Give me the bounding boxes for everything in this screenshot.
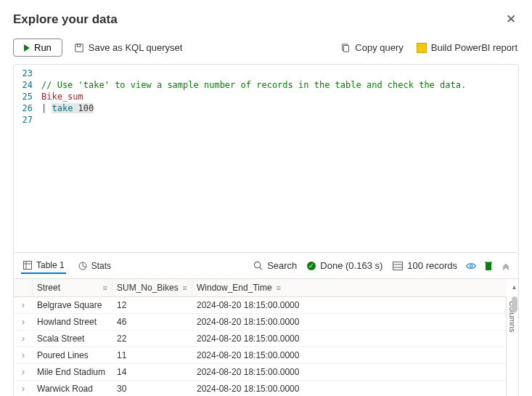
scrollbar-thumb[interactable] bbox=[512, 296, 517, 312]
search-label: Search bbox=[267, 260, 297, 271]
svg-point-10 bbox=[254, 262, 260, 267]
search-button[interactable]: Search bbox=[251, 257, 298, 274]
cell-street: Howland Street bbox=[33, 314, 112, 330]
grid-body: ›Belgrave Square122024-08-20 18:15:00.00… bbox=[14, 297, 506, 396]
trash-icon[interactable] bbox=[483, 261, 494, 271]
svg-line-9 bbox=[83, 266, 86, 267]
tab-stats-label: Stats bbox=[91, 261, 111, 271]
col-label: SUM_No_Bikes bbox=[117, 283, 179, 293]
status-done-label: Done (0.163 s) bbox=[320, 260, 382, 271]
svg-point-15 bbox=[470, 264, 472, 267]
expand-row-icon[interactable]: › bbox=[14, 381, 33, 396]
column-menu-icon[interactable]: ≡ bbox=[183, 283, 187, 292]
col-label: Street bbox=[37, 283, 60, 293]
play-icon bbox=[24, 44, 30, 52]
scroll-up-icon[interactable]: ▲ bbox=[511, 283, 517, 291]
status-records: 100 records bbox=[391, 257, 459, 274]
cell-street: Scala Street bbox=[33, 331, 112, 347]
collapse-icon[interactable] bbox=[501, 261, 511, 271]
cell-sum: 11 bbox=[112, 347, 192, 363]
table-row[interactable]: ›Warwick Road302024-08-20 18:15:00.0000 bbox=[14, 381, 506, 396]
check-icon: ✓ bbox=[307, 262, 316, 270]
col-header-street[interactable]: Street ≡ bbox=[33, 279, 112, 296]
status-records-label: 100 records bbox=[407, 260, 457, 271]
table-row[interactable]: ›Howland Street462024-08-20 18:15:00.000… bbox=[14, 314, 506, 331]
cell-ts: 2024-08-20 18:15:00.0000 bbox=[192, 314, 506, 330]
tab-stats[interactable]: Stats bbox=[76, 259, 112, 273]
save-label: Save as KQL queryset bbox=[89, 42, 183, 53]
expand-row-icon[interactable]: › bbox=[14, 364, 33, 380]
cell-sum: 22 bbox=[112, 331, 192, 347]
svg-rect-12 bbox=[393, 262, 403, 270]
save-icon bbox=[74, 43, 84, 53]
column-menu-icon[interactable]: ≡ bbox=[103, 283, 107, 292]
cell-sum: 14 bbox=[112, 364, 192, 380]
cell-ts: 2024-08-20 18:15:00.0000 bbox=[192, 364, 506, 380]
table-icon bbox=[22, 260, 33, 270]
expand-row-icon[interactable]: › bbox=[14, 347, 33, 363]
copy-icon bbox=[340, 43, 351, 53]
table-row[interactable]: ›Poured Lines112024-08-20 18:15:00.0000 bbox=[14, 347, 506, 364]
cell-sum: 12 bbox=[112, 297, 192, 313]
cell-street: Poured Lines bbox=[33, 347, 112, 363]
columns-panel-toggle[interactable]: ▲ Columns bbox=[506, 296, 518, 396]
page-title: Explore your data bbox=[13, 12, 118, 27]
close-icon[interactable]: ✕ bbox=[503, 9, 519, 30]
stats-icon bbox=[78, 261, 88, 271]
svg-rect-1 bbox=[77, 44, 80, 47]
cell-ts: 2024-08-20 18:15:00.0000 bbox=[192, 381, 506, 396]
svg-rect-17 bbox=[485, 262, 492, 263]
cell-ts: 2024-08-20 18:15:00.0000 bbox=[192, 331, 506, 347]
cell-ts: 2024-08-20 18:15:00.0000 bbox=[192, 297, 506, 313]
run-button[interactable]: Run bbox=[13, 39, 62, 57]
eye-icon[interactable] bbox=[466, 261, 476, 271]
cell-street: Mile End Stadium bbox=[33, 364, 112, 380]
cell-sum: 30 bbox=[112, 381, 192, 396]
svg-rect-0 bbox=[75, 44, 83, 52]
table-row[interactable]: ›Mile End Stadium142024-08-20 18:15:00.0… bbox=[14, 364, 506, 381]
col-header-ts[interactable]: Window_End_Time ≡ bbox=[192, 279, 506, 296]
svg-line-11 bbox=[259, 267, 261, 270]
records-icon bbox=[393, 261, 403, 271]
col-header-sum[interactable]: SUM_No_Bikes ≡ bbox=[112, 279, 192, 296]
cell-ts: 2024-08-20 18:15:00.0000 bbox=[192, 347, 506, 363]
code-editor[interactable]: 2324252627 // Use 'take' to view a sampl… bbox=[13, 64, 519, 253]
svg-rect-3 bbox=[344, 45, 349, 52]
svg-rect-16 bbox=[486, 263, 491, 270]
powerbi-label: Build PowerBI report bbox=[431, 42, 517, 53]
grid-header: Street ≡ SUM_No_Bikes ≡ Window_End_Time … bbox=[14, 279, 506, 297]
tab-table[interactable]: Table 1 bbox=[21, 258, 66, 274]
col-label: Window_End_Time bbox=[197, 283, 272, 293]
powerbi-icon bbox=[417, 43, 427, 53]
cell-street: Warwick Road bbox=[33, 381, 112, 396]
results-grid: Street ≡ SUM_No_Bikes ≡ Window_End_Time … bbox=[14, 279, 506, 396]
cell-street: Belgrave Square bbox=[33, 297, 112, 313]
code-lines[interactable]: // Use 'take' to view a sample number of… bbox=[37, 65, 470, 252]
status-done: ✓ Done (0.163 s) bbox=[306, 257, 384, 274]
cell-sum: 46 bbox=[112, 314, 192, 330]
search-icon bbox=[253, 261, 263, 271]
expand-row-icon[interactable]: › bbox=[14, 297, 33, 313]
column-menu-icon[interactable]: ≡ bbox=[277, 283, 281, 292]
svg-rect-4 bbox=[24, 261, 32, 269]
copy-query-button[interactable]: Copy query bbox=[339, 39, 404, 56]
table-row[interactable]: ›Belgrave Square122024-08-20 18:15:00.00… bbox=[14, 297, 506, 314]
tab-table-label: Table 1 bbox=[36, 260, 65, 270]
expand-header bbox=[14, 279, 33, 296]
run-label: Run bbox=[34, 42, 52, 53]
copy-label: Copy query bbox=[355, 42, 403, 53]
expand-row-icon[interactable]: › bbox=[14, 314, 33, 330]
line-gutter: 2324252627 bbox=[14, 65, 37, 252]
expand-row-icon[interactable]: › bbox=[14, 331, 33, 347]
save-queryset-button[interactable]: Save as KQL queryset bbox=[73, 39, 184, 56]
powerbi-button[interactable]: Build PowerBI report bbox=[415, 39, 519, 56]
table-row[interactable]: ›Scala Street222024-08-20 18:15:00.0000 bbox=[14, 331, 506, 347]
